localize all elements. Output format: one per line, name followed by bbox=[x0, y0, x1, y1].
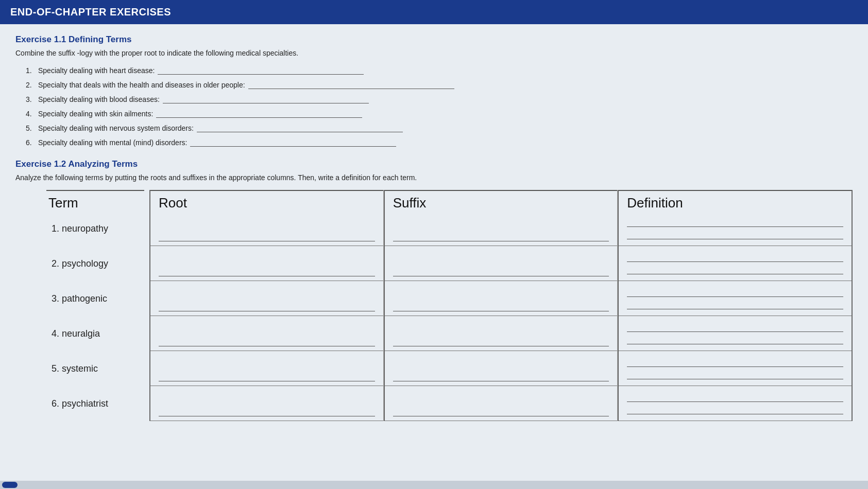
table-row: 1. neuropathy bbox=[46, 211, 144, 246]
page-title: END-OF-CHAPTER EXERCISES bbox=[10, 6, 858, 18]
table-row[interactable] bbox=[619, 211, 852, 246]
suffix-column-header: Suffix bbox=[385, 190, 618, 211]
analyzing-table: Term 1. neuropathy 2. psychology 3. path… bbox=[15, 190, 853, 421]
exercise-2-description: Analyze the following terms by putting t… bbox=[15, 173, 853, 182]
scrollbar-thumb[interactable] bbox=[2, 482, 18, 488]
table-row[interactable] bbox=[385, 281, 618, 316]
list-item: 4. Specialty dealing with skin ailments: bbox=[26, 109, 853, 118]
exercise-1-list: 1. Specialty dealing with heart disease:… bbox=[15, 65, 853, 147]
table-row: 4. neuralgia bbox=[46, 316, 144, 351]
exercise-1-title: Exercise 1.1 Defining Terms bbox=[15, 34, 853, 45]
table-row[interactable] bbox=[385, 316, 618, 351]
table-row[interactable] bbox=[619, 351, 852, 386]
root-column-header: Root bbox=[150, 190, 383, 211]
list-item: 6. Specialty dealing with mental (mind) … bbox=[26, 137, 853, 147]
table-row[interactable] bbox=[619, 246, 852, 281]
table-row[interactable] bbox=[385, 351, 618, 386]
fill-line[interactable] bbox=[197, 123, 403, 132]
root-column: Root bbox=[149, 190, 384, 421]
fill-line[interactable] bbox=[158, 65, 364, 75]
definition-column-header: Definition bbox=[619, 190, 852, 211]
table-row[interactable] bbox=[619, 316, 852, 351]
fill-line[interactable] bbox=[163, 94, 369, 103]
fill-line[interactable] bbox=[156, 109, 362, 118]
table-row: 5. systemic bbox=[46, 351, 144, 386]
table-row: 3. pathogenic bbox=[46, 281, 144, 316]
table-row[interactable] bbox=[619, 386, 852, 421]
fill-line[interactable] bbox=[190, 137, 396, 147]
list-item: 2. Specialty that deals with the health … bbox=[26, 80, 853, 89]
table-row[interactable] bbox=[150, 281, 383, 316]
definition-column: Definition bbox=[618, 190, 853, 421]
scrollbar[interactable] bbox=[0, 481, 868, 489]
table-row[interactable] bbox=[150, 246, 383, 281]
exercise-1-description: Combine the suffix -logy with the proper… bbox=[15, 49, 853, 57]
table-row[interactable] bbox=[150, 386, 383, 421]
list-item: 5. Specialty dealing with nervous system… bbox=[26, 123, 853, 132]
table-row[interactable] bbox=[385, 246, 618, 281]
exercise-1-section: Exercise 1.1 Defining Terms Combine the … bbox=[15, 34, 853, 147]
table-row: 2. psychology bbox=[46, 246, 144, 281]
content-area: Exercise 1.1 Defining Terms Combine the … bbox=[0, 24, 868, 487]
table-row: 6. psychiatrist bbox=[46, 386, 144, 421]
term-column-header: Term bbox=[46, 190, 144, 211]
exercise-2-title: Exercise 1.2 Analyzing Terms bbox=[15, 159, 853, 169]
list-item: 3. Specialty dealing with blood diseases… bbox=[26, 94, 853, 103]
suffix-column: Suffix bbox=[384, 190, 618, 421]
table-row[interactable] bbox=[619, 281, 852, 316]
fill-line[interactable] bbox=[248, 80, 454, 89]
table-row[interactable] bbox=[150, 316, 383, 351]
header-bar: END-OF-CHAPTER EXERCISES bbox=[0, 0, 868, 24]
term-column: Term 1. neuropathy 2. psychology 3. path… bbox=[46, 190, 149, 421]
list-item: 1. Specialty dealing with heart disease: bbox=[26, 65, 853, 75]
exercise-2-section: Exercise 1.2 Analyzing Terms Analyze the… bbox=[15, 159, 853, 421]
table-row[interactable] bbox=[385, 386, 618, 421]
table-row[interactable] bbox=[385, 211, 618, 246]
table-row[interactable] bbox=[150, 351, 383, 386]
table-row[interactable] bbox=[150, 211, 383, 246]
